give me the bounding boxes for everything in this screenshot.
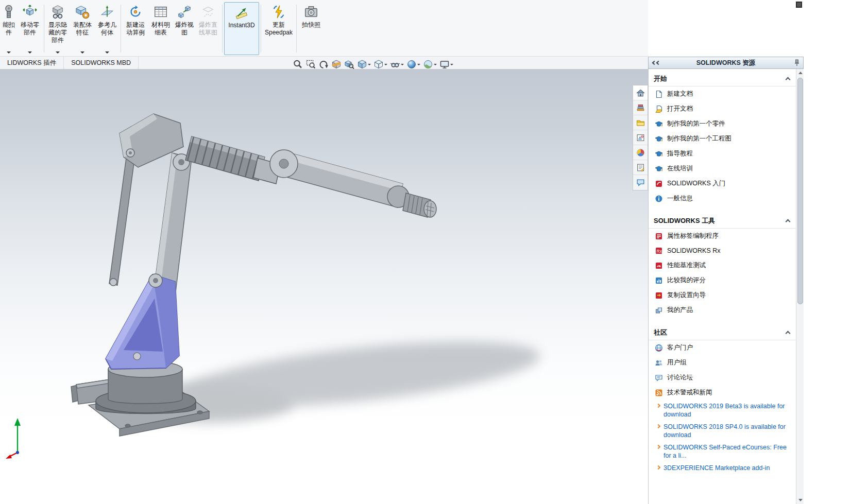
pane-item-general-info[interactable]: 一般信息 [649,191,796,206]
dropdown-arrow-icon[interactable] [401,64,404,65]
pane-item-tutorials[interactable]: 指导教程 [649,146,796,161]
ribbon-button-update-speedpak[interactable]: 更新Speedpak [263,2,295,55]
pane-item-my-products[interactable]: 我的产品 [649,303,796,318]
pane-item-performance-benchmark[interactable]: 性能基准测试 [649,258,796,273]
dropdown-arrow-icon[interactable] [368,64,371,65]
task-pane-header: SOLIDWORKS 资源 [648,57,804,69]
dropdown-arrow-icon[interactable] [434,64,437,65]
pane-item-tech-alerts-news[interactable]: 技术警戒和新闻 [649,385,796,400]
graphics-area[interactable] [0,69,648,504]
tab-custom-properties[interactable] [633,160,648,175]
ribbon-button-assembly-features[interactable]: 装配体特征 [70,2,95,55]
pane-item-user-groups[interactable]: 用户组 [649,355,796,370]
wrist-end-effector[interactable] [387,186,436,217]
bellows-spring[interactable] [185,136,280,184]
scroll-down-button[interactable] [796,496,804,504]
view-orientation-button[interactable] [356,58,372,71]
task-pane-scrollbar[interactable] [796,69,804,504]
tab-solidworks-mbd[interactable]: SOLIDWORKS MBD [64,57,139,69]
ribbon-button-smart-fasteners[interactable]: 能扣件 [0,2,18,55]
tab-file-explorer[interactable] [633,115,648,130]
dropdown-arrow-icon[interactable] [80,51,84,54]
news-bullet-icon [656,404,660,408]
robot-arm-model[interactable] [0,69,648,504]
pane-item-customer-portal[interactable]: 客户门户 [649,340,796,355]
pane-item-solidworks-rx[interactable]: SOLIDWORKS Rx [649,244,796,258]
pane-item-getting-started[interactable]: SOLIDWORKS 入门 [649,176,796,191]
collapse-section-icon[interactable] [786,331,791,336]
dropdown-arrow-icon[interactable] [28,51,32,54]
scroll-thumb[interactable] [797,78,803,304]
show-hidden-components-icon [50,4,65,20]
news-link[interactable]: 3DEXPERIENCE Marketplace add-in [649,462,796,474]
news-bullet-icon [656,424,660,428]
pane-item-new-document[interactable]: 新建文档 [649,86,796,101]
update-speedpak-icon [271,4,286,20]
hide-show-items-button[interactable] [389,58,405,71]
forearm[interactable] [270,150,403,207]
tab-design-library[interactable] [633,100,648,115]
hide-show-items-icon [390,59,400,69]
custom-properties-icon [636,163,645,172]
performance-benchmark-icon [655,262,663,270]
ribbon-button-instant3d[interactable]: Instant3D [224,2,259,55]
zoom-to-fit-button[interactable] [292,58,304,71]
pin-icon[interactable] [794,59,800,66]
pane-item-compare-score[interactable]: 比较我的评分 [649,273,796,288]
section-header[interactable]: SOLIDWORKS 工具 [649,213,796,229]
news-link[interactable]: SOLIDWORKS 2018 SP4.0 is available for d… [649,421,796,441]
pane-item-open-document[interactable]: 打开文档 [649,101,796,116]
dropdown-arrow-icon[interactable] [450,64,453,65]
previous-view-button[interactable] [317,58,330,71]
dropdown-arrow-icon[interactable] [105,51,109,54]
design-library-icon [636,103,645,112]
display-style-button[interactable] [372,58,388,71]
collapse-section-icon[interactable] [786,219,791,224]
ribbon-button-move-component[interactable]: 移动零部件 [18,2,42,55]
take-snapshot-icon [303,4,319,20]
user-groups-icon [655,359,663,367]
pane-item-first-part[interactable]: 制作我的第一个零件 [649,116,796,131]
collapse-section-icon[interactable] [786,77,791,82]
news-link[interactable]: SOLIDWORKS Self-Paced eCourses: Free for… [649,441,796,462]
section-header[interactable]: 社区 [649,325,796,340]
ribbon-button-reference-geometry[interactable]: 参考几何体 [95,2,119,55]
pane-item-property-tab-builder[interactable]: 属性标签编制程序 [649,229,796,244]
dropdown-arrow-icon[interactable] [384,64,387,65]
my-products-icon [655,306,663,315]
tab-view-palette[interactable] [633,130,648,145]
window-control-fragment[interactable] [796,2,802,8]
edit-appearance-button[interactable] [405,58,421,71]
rear-linkage[interactable] [109,150,135,286]
scroll-up-button[interactable] [796,69,804,77]
ribbon-button-take-snapshot[interactable]: 拍快照 [298,2,324,55]
ribbon-button-new-motion-study[interactable]: 新建运动算例 [123,2,148,55]
ribbon-separator [121,5,121,53]
view-settings-button[interactable] [438,58,454,71]
section-view-button[interactable] [330,58,343,71]
tab-solidworks-addins[interactable]: LIDWORKS 插件 [0,57,64,69]
news-link[interactable]: SOLIDWORKS 2019 Beta3 is available for d… [649,400,796,421]
dropdown-arrow-icon[interactable] [417,64,420,65]
pane-item-discussion-forum[interactable]: 讨论论坛 [649,370,796,385]
ribbon-button-bill-of-materials[interactable]: 材料明细表 [148,2,173,55]
dynamic-annotation-views-button[interactable] [343,58,355,71]
tab-appearances-scenes[interactable] [633,145,648,160]
zoom-to-area-button[interactable] [304,58,317,71]
rss-icon [655,389,663,397]
ribbon-button-show-hidden-components[interactable]: 显示隐藏的零部件 [46,2,70,55]
purple-link[interactable] [106,274,179,369]
tab-solidworks-forum[interactable] [633,175,648,190]
dropdown-arrow-icon[interactable] [56,51,60,54]
ap​ply-scene-button[interactable] [422,58,438,71]
pane-item-online-training[interactable]: 在线培训 [649,161,796,176]
pane-item-first-drawing[interactable]: 制作我的第一个工程图 [649,131,796,146]
section-header[interactable]: 开始 [649,71,796,86]
ribbon-button-exploded-view[interactable]: 爆炸视图 [173,2,196,55]
pane-item-copy-settings-wizard[interactable]: 复制设置向导 [649,288,796,303]
collapse-pane-button[interactable] [653,61,660,64]
new-motion-study-icon [128,4,143,20]
task-pane-tabs [633,85,648,190]
tab-solidworks-resources[interactable] [633,85,648,100]
dropdown-arrow-icon[interactable] [7,51,11,54]
